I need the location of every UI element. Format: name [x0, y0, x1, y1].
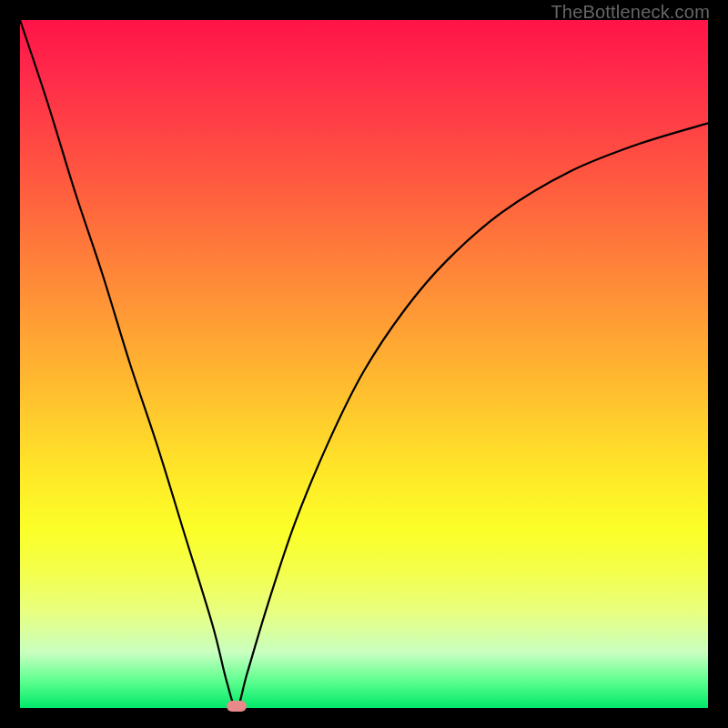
minimum-marker	[227, 701, 247, 712]
bottleneck-curve	[20, 20, 708, 708]
watermark-text: TheBottleneck.com	[551, 2, 710, 23]
bottleneck-curve-svg	[20, 20, 708, 708]
chart-plot-area	[20, 20, 708, 708]
